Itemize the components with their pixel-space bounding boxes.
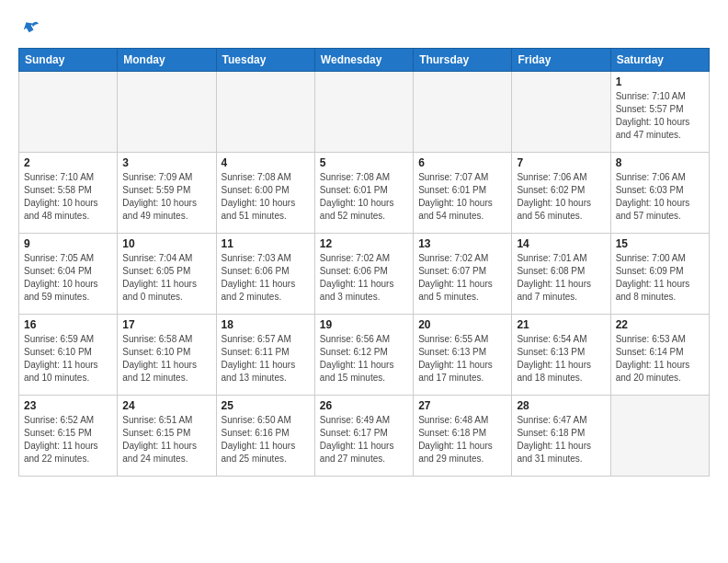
day-info-line: Sunset: 6:18 PM xyxy=(418,428,486,438)
day-info-line: Sunset: 6:05 PM xyxy=(122,266,190,276)
calendar-cell: 16Sunrise: 6:59 AMSunset: 6:10 PMDayligh… xyxy=(19,315,118,396)
header-wednesday: Wednesday xyxy=(314,49,413,72)
calendar-week-row: 1Sunrise: 7:10 AMSunset: 5:57 PMDaylight… xyxy=(19,72,710,153)
day-info-line: Daylight: 11 hours xyxy=(122,279,197,289)
calendar-cell: 11Sunrise: 7:03 AMSunset: 6:06 PMDayligh… xyxy=(216,234,314,315)
day-info-line: Sunrise: 7:05 AM xyxy=(24,253,94,263)
logo-bird-icon xyxy=(20,18,40,39)
day-info-line: Sunrise: 6:49 AM xyxy=(320,415,390,425)
day-info: Sunrise: 7:09 AMSunset: 5:59 PMDaylight:… xyxy=(122,171,210,223)
day-info-line: Daylight: 10 hours xyxy=(517,198,591,208)
day-info-line: and 27 minutes. xyxy=(320,454,385,464)
day-info-line: Daylight: 11 hours xyxy=(122,360,197,370)
day-info: Sunrise: 7:10 AMSunset: 5:57 PMDaylight:… xyxy=(616,90,704,142)
day-number: 1 xyxy=(616,75,704,88)
day-info-line: Daylight: 10 hours xyxy=(616,117,690,127)
day-info-line: Sunrise: 7:08 AM xyxy=(320,172,390,182)
day-info-line: and 20 minutes. xyxy=(616,373,681,383)
day-info-line: Daylight: 10 hours xyxy=(24,198,98,208)
header-saturday: Saturday xyxy=(610,49,709,72)
calendar-cell: 21Sunrise: 6:54 AMSunset: 6:13 PMDayligh… xyxy=(512,315,610,396)
day-number: 27 xyxy=(418,399,506,412)
day-info: Sunrise: 7:02 AMSunset: 6:06 PMDaylight:… xyxy=(320,252,408,304)
day-number: 20 xyxy=(418,318,506,331)
day-info-line: Sunrise: 6:56 AM xyxy=(320,334,390,344)
day-number: 26 xyxy=(320,399,408,412)
day-info-line: Sunrise: 7:02 AM xyxy=(418,253,488,263)
calendar-cell: 4Sunrise: 7:08 AMSunset: 6:00 PMDaylight… xyxy=(216,153,314,234)
day-info-line: Daylight: 11 hours xyxy=(320,441,394,451)
calendar-table: Sunday Monday Tuesday Wednesday Thursday… xyxy=(18,48,710,477)
calendar-cell: 9Sunrise: 7:05 AMSunset: 6:04 PMDaylight… xyxy=(19,234,118,315)
day-info-line: Daylight: 11 hours xyxy=(418,279,493,289)
day-info-line: Sunrise: 7:07 AM xyxy=(418,172,488,182)
day-info-line: and 3 minutes. xyxy=(320,292,381,302)
calendar-cell: 3Sunrise: 7:09 AMSunset: 5:59 PMDaylight… xyxy=(118,153,216,234)
day-info-line: and 51 minutes. xyxy=(222,211,287,221)
day-info-line: Sunset: 6:13 PM xyxy=(418,347,486,357)
day-info: Sunrise: 6:58 AMSunset: 6:10 PMDaylight:… xyxy=(122,333,210,385)
day-info-line: and 25 minutes. xyxy=(222,454,287,464)
day-number: 18 xyxy=(222,318,310,331)
day-info-line: and 5 minutes. xyxy=(418,292,479,302)
day-info-line: Daylight: 11 hours xyxy=(24,441,98,451)
day-info-line: Sunset: 6:10 PM xyxy=(24,347,92,357)
day-info-line: Daylight: 11 hours xyxy=(222,360,296,370)
day-info: Sunrise: 6:54 AMSunset: 6:13 PMDaylight:… xyxy=(517,333,605,385)
calendar-cell: 7Sunrise: 7:06 AMSunset: 6:02 PMDaylight… xyxy=(512,153,610,234)
day-info-line: Daylight: 10 hours xyxy=(24,279,98,289)
day-info: Sunrise: 7:08 AMSunset: 6:00 PMDaylight:… xyxy=(222,171,310,223)
day-info-line: and 0 minutes. xyxy=(122,292,183,302)
day-info: Sunrise: 7:00 AMSunset: 6:09 PMDaylight:… xyxy=(616,252,704,304)
day-info-line: Daylight: 11 hours xyxy=(517,279,591,289)
day-info-line: Sunrise: 7:06 AM xyxy=(616,172,686,182)
day-info-line: Sunrise: 7:09 AM xyxy=(122,172,192,182)
day-info-line: Daylight: 10 hours xyxy=(122,198,197,208)
day-info-line: and 13 minutes. xyxy=(222,373,287,383)
day-info: Sunrise: 7:03 AMSunset: 6:06 PMDaylight:… xyxy=(222,252,310,304)
day-info-line: Daylight: 11 hours xyxy=(418,360,493,370)
calendar-cell: 1Sunrise: 7:10 AMSunset: 5:57 PMDaylight… xyxy=(610,72,709,153)
header-tuesday: Tuesday xyxy=(216,49,314,72)
day-info-line: Sunset: 6:02 PM xyxy=(517,185,585,195)
calendar-cell: 18Sunrise: 6:57 AMSunset: 6:11 PMDayligh… xyxy=(216,315,314,396)
day-info-line: Sunset: 5:59 PM xyxy=(122,185,190,195)
day-info-line: Sunset: 6:10 PM xyxy=(122,347,190,357)
day-info: Sunrise: 6:49 AMSunset: 6:17 PMDaylight:… xyxy=(320,414,408,465)
day-info-line: Sunset: 6:12 PM xyxy=(320,347,388,357)
day-info-line: Daylight: 11 hours xyxy=(517,360,591,370)
day-info-line: Sunrise: 7:04 AM xyxy=(122,253,192,263)
header xyxy=(18,15,710,39)
logo xyxy=(18,15,42,39)
calendar-cell: 2Sunrise: 7:10 AMSunset: 5:58 PMDaylight… xyxy=(19,153,118,234)
day-info: Sunrise: 6:47 AMSunset: 6:18 PMDaylight:… xyxy=(517,414,605,465)
calendar-cell: 10Sunrise: 7:04 AMSunset: 6:05 PMDayligh… xyxy=(118,234,216,315)
day-info-line: and 57 minutes. xyxy=(616,211,681,221)
day-info-line: Daylight: 11 hours xyxy=(222,279,296,289)
day-info-line: Daylight: 11 hours xyxy=(517,441,591,451)
day-number: 9 xyxy=(24,237,112,250)
day-number: 11 xyxy=(222,237,310,250)
header-monday: Monday xyxy=(118,49,216,72)
day-info-line: Sunset: 6:03 PM xyxy=(616,185,684,195)
day-info: Sunrise: 6:52 AMSunset: 6:15 PMDaylight:… xyxy=(24,414,112,465)
calendar-cell: 20Sunrise: 6:55 AMSunset: 6:13 PMDayligh… xyxy=(414,315,512,396)
day-info-line: Sunset: 6:08 PM xyxy=(517,266,585,276)
day-info-line: and 56 minutes. xyxy=(517,211,582,221)
day-number: 16 xyxy=(24,318,112,331)
day-number: 17 xyxy=(122,318,210,331)
day-info-line: and 7 minutes. xyxy=(517,292,577,302)
calendar-cell xyxy=(314,72,413,153)
day-info-line: Sunset: 6:14 PM xyxy=(616,347,684,357)
day-info-line: Sunrise: 6:50 AM xyxy=(222,415,291,425)
day-info-line: Sunset: 6:01 PM xyxy=(320,185,388,195)
page: Sunday Monday Tuesday Wednesday Thursday… xyxy=(0,0,728,491)
calendar-week-row: 16Sunrise: 6:59 AMSunset: 6:10 PMDayligh… xyxy=(19,315,710,396)
day-info-line: and 18 minutes. xyxy=(517,373,582,383)
day-info-line: and 52 minutes. xyxy=(320,211,385,221)
calendar-week-row: 23Sunrise: 6:52 AMSunset: 6:15 PMDayligh… xyxy=(19,396,710,477)
day-info: Sunrise: 7:02 AMSunset: 6:07 PMDaylight:… xyxy=(418,252,506,304)
calendar-cell xyxy=(512,72,610,153)
day-number: 24 xyxy=(122,399,210,412)
day-info-line: Sunset: 6:13 PM xyxy=(517,347,585,357)
